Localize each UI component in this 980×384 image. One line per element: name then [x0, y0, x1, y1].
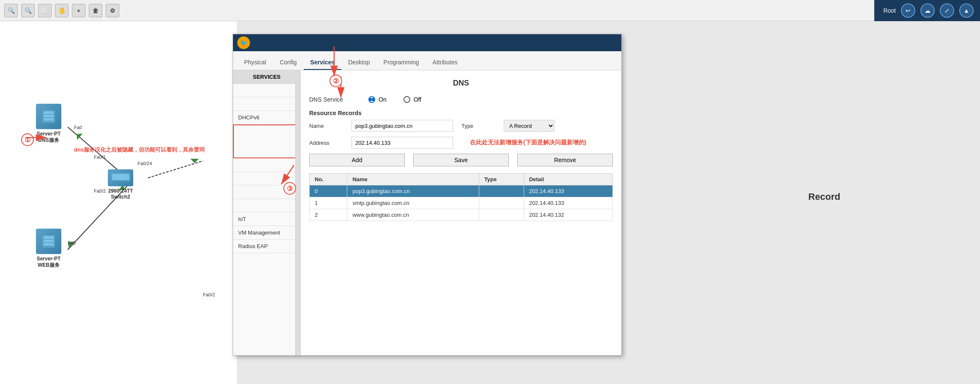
table-row[interactable]: 2 www.gubingtao.com.cn 202.14.40.132	[310, 209, 613, 221]
cell-detail-1: 202.14.40.133	[524, 197, 612, 209]
device-panel: 🐦 Physical Config Services Desktop Progr…	[233, 34, 622, 356]
dns-service-row: DNS Service On Off	[309, 96, 613, 103]
services-sidebar: SERVICES DHCPv6 IoT VM Manag	[233, 70, 301, 355]
svg-rect-15	[44, 236, 54, 239]
annotation-circle-1: ①	[21, 133, 34, 146]
radio-off-label: Off	[414, 96, 421, 103]
switch-label: 2960-24TTSwitch2	[108, 188, 133, 200]
panel-logo: 🐦	[237, 36, 250, 49]
svg-rect-10	[44, 115, 54, 117]
resource-records-label: Resource Records	[309, 110, 613, 116]
server-web-icon	[36, 229, 61, 254]
service-item-blank1[interactable]	[233, 84, 300, 97]
tab-programming[interactable]: Programming	[377, 55, 426, 70]
connection-lines-svg	[0, 21, 237, 384]
annotation-text-1: dns服务汉化之后被隐藏，但功能可以看到，其余雷同	[74, 146, 205, 154]
zoom-in-button[interactable]: 🔍	[4, 4, 18, 17]
server-dns[interactable]: Server-PTDNS服务	[36, 104, 61, 144]
cell-detail-2: 202.14.40.132	[524, 209, 612, 221]
service-item-iot[interactable]: IoT	[233, 213, 300, 226]
annotation-circle-2: ②	[329, 75, 342, 87]
save-button[interactable]: Save	[413, 154, 509, 166]
radio-off-option[interactable]: Off	[404, 96, 421, 103]
server-web[interactable]: Server-PTWEB服务	[36, 229, 61, 269]
svg-rect-13	[112, 174, 129, 180]
remove-button[interactable]: Remove	[517, 154, 613, 166]
service-item-highlighted[interactable]	[233, 124, 300, 158]
record-text: Record	[808, 191, 840, 202]
dns-service-label: DNS Service	[309, 96, 360, 103]
tab-desktop[interactable]: Desktop	[341, 55, 376, 70]
service-item-vm-management[interactable]: VM Management	[233, 226, 300, 240]
switch-icon	[108, 169, 133, 186]
service-item-blank4[interactable]	[233, 158, 300, 172]
type-select[interactable]: A Record AAAA Record CNAME MX Record NS …	[504, 120, 555, 132]
dns-content-area: DNS DNS Service On Off	[301, 70, 621, 355]
add-button[interactable]: Add	[309, 154, 405, 166]
service-item-blank2[interactable]	[233, 97, 300, 111]
fullscreen-button[interactable]: ⤢	[940, 3, 954, 18]
radio-off-circle[interactable]	[404, 96, 410, 103]
move-button[interactable]: 🖐	[55, 4, 69, 17]
panel-content: SERVICES DHCPv6 IoT VM Manag	[233, 70, 621, 355]
interface-fa0-web: Fa0	[68, 240, 76, 246]
address-input[interactable]	[351, 137, 453, 149]
server-dns-icon	[36, 104, 61, 129]
cell-name-2: www.gubingtao.com.cn	[347, 209, 479, 221]
cloud-button[interactable]: ☁	[920, 3, 935, 18]
dns-records-table: No. Name Type Detail 0 pop3.gubingtao.co…	[309, 173, 613, 221]
switch-2[interactable]: 2960-24TTSwitch2	[108, 169, 133, 200]
add-button[interactable]: +	[72, 4, 85, 17]
svg-rect-9	[44, 111, 54, 114]
name-input[interactable]	[351, 120, 453, 132]
address-row: Address 在此处无法新增服务(下面是解决问题新增的)	[309, 137, 613, 149]
svg-line-2	[148, 161, 203, 178]
cell-type-1	[479, 197, 524, 209]
radio-on-circle[interactable]	[368, 96, 375, 103]
back-button[interactable]: ↩	[901, 3, 915, 18]
service-item-blank7[interactable]	[233, 199, 300, 213]
tab-config[interactable]: Config	[273, 55, 303, 70]
cell-name-0: pop3.gubingtao.com.cn	[347, 185, 479, 197]
svg-rect-11	[44, 118, 54, 121]
select-button[interactable]: ⬜	[38, 4, 52, 17]
settings-button[interactable]: ⚙	[106, 4, 119, 17]
svg-marker-3	[74, 131, 83, 140]
user-label: Root	[883, 7, 896, 14]
cell-no-1: 1	[310, 197, 347, 209]
radio-on-option[interactable]: On	[368, 96, 387, 103]
tab-attributes[interactable]: Attributes	[426, 55, 464, 70]
tab-physical[interactable]: Physical	[237, 55, 273, 70]
zoom-out-button[interactable]: 🔍	[21, 4, 35, 17]
name-type-row: Name Type A Record AAAA Record CNAME MX …	[309, 120, 613, 132]
table-header-row: No. Name Type Detail	[310, 174, 613, 185]
scrollbar[interactable]	[295, 84, 300, 355]
tab-services[interactable]: Services	[304, 55, 342, 70]
top-right-bar: Root ↩ ☁ ⤢ ▲	[874, 0, 980, 21]
service-item-dhcpv6[interactable]: DHCPv6	[233, 111, 300, 124]
cell-type-0	[479, 185, 524, 197]
col-detail: Detail	[524, 174, 612, 185]
table-row[interactable]: 0 pop3.gubingtao.com.cn 202.14.40.133	[310, 185, 613, 197]
cell-name-1: smtp.gubingtao.com.cn	[347, 197, 479, 209]
top-toolbar: 🔍 🔍 ⬜ 🖐 + 🗑 ⚙	[0, 0, 980, 21]
table-row[interactable]: 1 smtp.gubingtao.com.cn 202.14.40.133	[310, 197, 613, 209]
type-label: Type	[461, 123, 495, 129]
button-row: Add Save Remove	[309, 154, 613, 166]
network-canvas: Server-PTDNS服务 Fa0 2960-24TTSwitch2 Fa0/…	[0, 21, 237, 384]
service-item-radius-eap[interactable]: Radius EAP	[233, 240, 300, 253]
name-label: Name	[309, 123, 343, 129]
interface-fa0-bottom: Fa0/2	[203, 292, 215, 297]
server-dns-label: Server-PTDNS服务	[37, 131, 61, 144]
cell-type-2	[479, 209, 524, 221]
delete-button[interactable]: 🗑	[89, 4, 102, 17]
services-header: SERVICES	[233, 70, 300, 84]
expand-button[interactable]: ▲	[959, 3, 974, 18]
cell-no-2: 2	[310, 209, 347, 221]
svg-marker-7	[190, 159, 199, 163]
radio-on-label: On	[379, 96, 387, 103]
col-type: Type	[479, 174, 524, 185]
radio-group: On Off	[368, 96, 421, 103]
svg-rect-16	[44, 240, 54, 242]
panel-tabs: Physical Config Services Desktop Program…	[233, 51, 621, 70]
